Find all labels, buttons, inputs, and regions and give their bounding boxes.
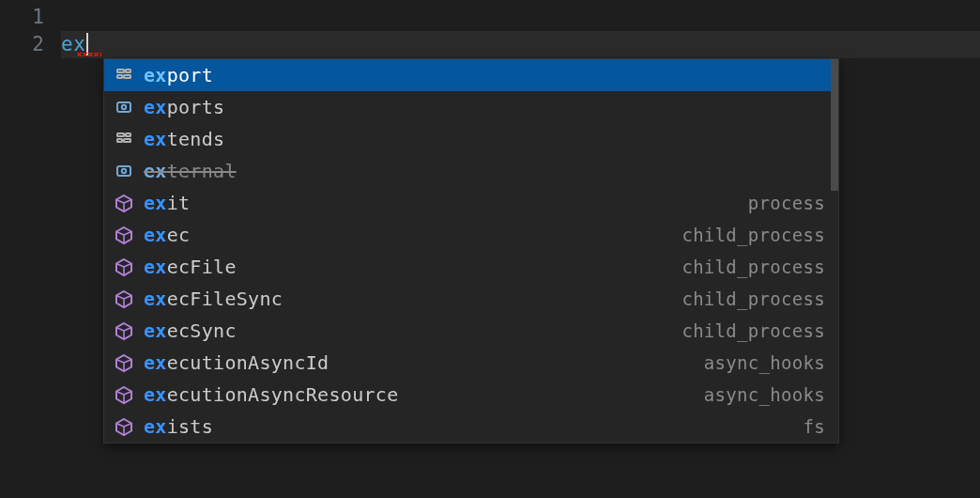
variable-icon xyxy=(114,161,134,181)
autocomplete-item[interactable]: execFilechild_process xyxy=(104,251,838,283)
autocomplete-item-label: executionAsyncId xyxy=(144,347,329,379)
line-number: 2 xyxy=(0,31,44,58)
method-icon xyxy=(114,257,134,277)
autocomplete-item-detail: child_process xyxy=(681,315,829,347)
autocomplete-item[interactable]: executionAsyncResourceasync_hooks xyxy=(104,379,838,411)
autocomplete-item[interactable]: execSyncchild_process xyxy=(104,315,838,347)
autocomplete-item-label: execFileSync xyxy=(144,283,283,315)
autocomplete-item-label: execSync xyxy=(144,315,237,347)
autocomplete-item-detail: async_hooks xyxy=(704,347,829,379)
code-line[interactable]: ex xyxy=(61,31,980,58)
autocomplete-item[interactable]: execFileSyncchild_process xyxy=(104,283,838,315)
autocomplete-popup[interactable]: exportexportsextendsexternalexitprocesse… xyxy=(103,58,839,444)
text-cursor xyxy=(86,33,88,55)
method-icon xyxy=(114,384,134,405)
autocomplete-item-label: extends xyxy=(144,123,224,155)
scrollbar-thumb[interactable] xyxy=(831,59,838,191)
autocomplete-item[interactable]: existsfs xyxy=(104,411,838,443)
autocomplete-item-detail: child_process xyxy=(681,251,829,283)
autocomplete-item-detail: child_process xyxy=(681,219,829,251)
autocomplete-item[interactable]: exports xyxy=(104,91,838,123)
method-icon xyxy=(114,288,134,309)
autocomplete-item[interactable]: export xyxy=(104,59,838,91)
method-icon xyxy=(114,352,134,373)
line-number-gutter: 1 2 xyxy=(0,0,61,58)
keyword-icon xyxy=(114,129,134,149)
variable-icon xyxy=(114,97,134,117)
autocomplete-item-label: exit xyxy=(144,187,190,219)
autocomplete-item-label: executionAsyncResource xyxy=(144,379,399,411)
autocomplete-item[interactable]: executionAsyncIdasync_hooks xyxy=(104,347,838,379)
autocomplete-item-detail: fs xyxy=(804,411,829,443)
line-number: 1 xyxy=(0,4,44,31)
autocomplete-item-detail: process xyxy=(748,187,829,219)
typed-text: ex xyxy=(61,31,85,58)
autocomplete-item-label: external xyxy=(144,155,237,187)
autocomplete-item[interactable]: exitprocess xyxy=(104,187,838,219)
method-icon xyxy=(114,193,134,213)
method-icon xyxy=(114,416,134,437)
autocomplete-item-label: exec xyxy=(144,219,190,251)
autocomplete-item[interactable]: external xyxy=(104,155,838,187)
autocomplete-scrollbar[interactable] xyxy=(831,59,838,443)
method-icon xyxy=(114,320,134,341)
autocomplete-item-detail: async_hooks xyxy=(704,379,829,411)
autocomplete-item-label: export xyxy=(144,59,213,91)
code-editor[interactable]: 1 2 ex exportexportsextendsexternalexitp… xyxy=(0,0,980,58)
autocomplete-item-label: exports xyxy=(144,91,224,123)
autocomplete-item[interactable]: extends xyxy=(104,123,838,155)
code-line[interactable] xyxy=(61,4,980,31)
method-icon xyxy=(114,225,134,245)
autocomplete-item-label: exists xyxy=(144,411,213,443)
keyword-icon xyxy=(114,65,134,86)
code-area[interactable]: ex xyxy=(61,0,980,58)
autocomplete-list[interactable]: exportexportsextendsexternalexitprocesse… xyxy=(104,59,838,443)
autocomplete-item-detail: child_process xyxy=(681,283,829,315)
autocomplete-item-label: execFile xyxy=(144,251,237,283)
autocomplete-item[interactable]: execchild_process xyxy=(104,219,838,251)
